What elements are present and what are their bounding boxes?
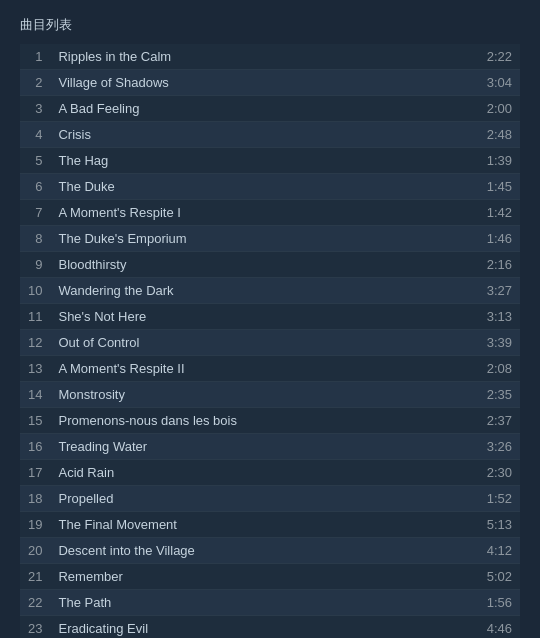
track-name: Out of Control: [50, 330, 437, 356]
table-row[interactable]: 15Promenons-nous dans les bois2:37: [20, 408, 520, 434]
track-number: 20: [20, 538, 50, 564]
track-number: 9: [20, 252, 50, 278]
track-number: 19: [20, 512, 50, 538]
track-number: 10: [20, 278, 50, 304]
table-row[interactable]: 5The Hag1:39: [20, 148, 520, 174]
track-number: 4: [20, 122, 50, 148]
table-row[interactable]: 6The Duke1:45: [20, 174, 520, 200]
track-name: Descent into the Village: [50, 538, 437, 564]
table-row[interactable]: 11She's Not Here3:13: [20, 304, 520, 330]
track-name: A Moment's Respite I: [50, 200, 437, 226]
track-number: 15: [20, 408, 50, 434]
table-row[interactable]: 7A Moment's Respite I1:42: [20, 200, 520, 226]
track-number: 3: [20, 96, 50, 122]
table-row[interactable]: 18Propelled1:52: [20, 486, 520, 512]
table-row[interactable]: 20Descent into the Village4:12: [20, 538, 520, 564]
track-name: Treading Water: [50, 434, 437, 460]
track-number: 23: [20, 616, 50, 639]
track-name: The Hag: [50, 148, 437, 174]
table-row[interactable]: 10Wandering the Dark3:27: [20, 278, 520, 304]
track-name: Eradicating Evil: [50, 616, 437, 639]
track-number: 8: [20, 226, 50, 252]
track-name: Wandering the Dark: [50, 278, 437, 304]
track-name: Promenons-nous dans les bois: [50, 408, 437, 434]
track-duration: 2:08: [438, 356, 520, 382]
track-number: 12: [20, 330, 50, 356]
track-duration: 2:30: [438, 460, 520, 486]
track-number: 11: [20, 304, 50, 330]
track-number: 18: [20, 486, 50, 512]
track-duration: 1:56: [438, 590, 520, 616]
track-duration: 4:12: [438, 538, 520, 564]
track-duration: 2:00: [438, 96, 520, 122]
track-duration: 2:22: [438, 44, 520, 70]
track-number: 1: [20, 44, 50, 70]
track-name: The Path: [50, 590, 437, 616]
track-name: Remember: [50, 564, 437, 590]
track-duration: 3:39: [438, 330, 520, 356]
track-name: The Duke's Emporium: [50, 226, 437, 252]
track-duration: 2:16: [438, 252, 520, 278]
track-duration: 1:42: [438, 200, 520, 226]
table-row[interactable]: 3A Bad Feeling2:00: [20, 96, 520, 122]
track-number: 6: [20, 174, 50, 200]
track-duration: 2:48: [438, 122, 520, 148]
track-duration: 2:37: [438, 408, 520, 434]
track-duration: 4:46: [438, 616, 520, 639]
table-row[interactable]: 14Monstrosity2:35: [20, 382, 520, 408]
table-row[interactable]: 22The Path1:56: [20, 590, 520, 616]
table-row[interactable]: 12Out of Control3:39: [20, 330, 520, 356]
section-title: 曲目列表: [20, 16, 520, 34]
track-duration: 3:27: [438, 278, 520, 304]
table-row[interactable]: 9Bloodthirsty2:16: [20, 252, 520, 278]
table-row[interactable]: 21Remember5:02: [20, 564, 520, 590]
track-number: 21: [20, 564, 50, 590]
track-name: A Moment's Respite II: [50, 356, 437, 382]
track-name: Ripples in the Calm: [50, 44, 437, 70]
track-number: 13: [20, 356, 50, 382]
track-number: 16: [20, 434, 50, 460]
track-name: She's Not Here: [50, 304, 437, 330]
track-list: 1Ripples in the Calm2:222Village of Shad…: [20, 44, 520, 638]
table-row[interactable]: 13A Moment's Respite II2:08: [20, 356, 520, 382]
track-duration: 2:35: [438, 382, 520, 408]
track-number: 7: [20, 200, 50, 226]
track-name: Propelled: [50, 486, 437, 512]
table-row[interactable]: 1Ripples in the Calm2:22: [20, 44, 520, 70]
track-number: 22: [20, 590, 50, 616]
track-name: The Duke: [50, 174, 437, 200]
track-duration: 3:13: [438, 304, 520, 330]
table-row[interactable]: 8The Duke's Emporium1:46: [20, 226, 520, 252]
track-number: 5: [20, 148, 50, 174]
table-row[interactable]: 23Eradicating Evil4:46: [20, 616, 520, 639]
table-row[interactable]: 16Treading Water3:26: [20, 434, 520, 460]
table-row[interactable]: 17Acid Rain2:30: [20, 460, 520, 486]
track-duration: 1:45: [438, 174, 520, 200]
track-name: Acid Rain: [50, 460, 437, 486]
track-name: Village of Shadows: [50, 70, 437, 96]
track-name: A Bad Feeling: [50, 96, 437, 122]
track-name: Monstrosity: [50, 382, 437, 408]
track-number: 2: [20, 70, 50, 96]
track-duration: 1:39: [438, 148, 520, 174]
track-duration: 5:02: [438, 564, 520, 590]
track-number: 14: [20, 382, 50, 408]
track-duration: 1:46: [438, 226, 520, 252]
table-row[interactable]: 19The Final Movement5:13: [20, 512, 520, 538]
track-name: The Final Movement: [50, 512, 437, 538]
track-duration: 3:26: [438, 434, 520, 460]
table-row[interactable]: 4Crisis2:48: [20, 122, 520, 148]
main-container: 曲目列表 1Ripples in the Calm2:222Village of…: [0, 0, 540, 638]
track-name: Crisis: [50, 122, 437, 148]
track-name: Bloodthirsty: [50, 252, 437, 278]
table-row[interactable]: 2Village of Shadows3:04: [20, 70, 520, 96]
track-duration: 1:52: [438, 486, 520, 512]
track-duration: 5:13: [438, 512, 520, 538]
track-number: 17: [20, 460, 50, 486]
track-duration: 3:04: [438, 70, 520, 96]
